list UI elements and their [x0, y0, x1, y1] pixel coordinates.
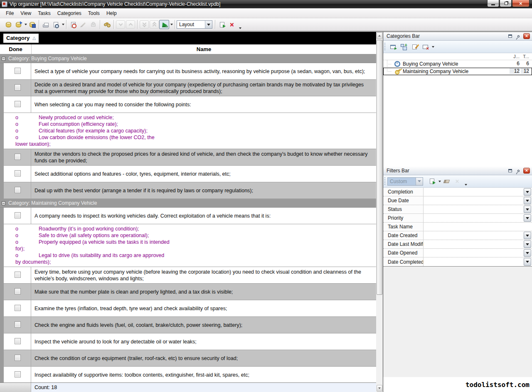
filter-preset-combobox[interactable]: Custom — [387, 177, 423, 186]
tree-column-t[interactable]: T... — [521, 54, 529, 59]
filter-dropdown-button[interactable] — [524, 188, 531, 196]
category-tree-item[interactable]: Maintaining Company Vehicle1212 — [383, 68, 532, 75]
task-checkbox[interactable] — [15, 187, 21, 193]
new-subcategory-button[interactable] — [398, 42, 409, 51]
menu-item-view[interactable]: View — [17, 9, 34, 18]
task-checkbox[interactable] — [15, 305, 21, 311]
delete-task-button[interactable] — [88, 20, 98, 29]
filter-value-field[interactable] — [424, 188, 523, 196]
minimize-button[interactable] — [487, 0, 499, 7]
layout-view-button[interactable] — [159, 20, 169, 29]
categories-bar-pin-button[interactable] — [515, 33, 522, 39]
filter-value-field[interactable] — [424, 240, 523, 248]
column-header-name[interactable]: Name — [31, 44, 376, 54]
filters-bar-pin-button[interactable] — [515, 168, 522, 174]
task-checkbox[interactable] — [15, 338, 21, 344]
menu-item-categories[interactable]: Categories — [54, 9, 85, 18]
filter-value-field[interactable] — [424, 214, 523, 222]
filter-value-field[interactable] — [424, 196, 523, 205]
title-bar[interactable]: Vip organizer [M:\Vlad\Checklists\Compan… — [0, 0, 532, 8]
task-row[interactable]: Select additional options and features -… — [4, 166, 376, 182]
bullet-list-row[interactable]: oNewly produced or used vehicle;oFuel co… — [4, 113, 376, 149]
task-row[interactable]: Make sure that the number plate is clean… — [4, 284, 376, 300]
filter-value-field[interactable] — [424, 249, 523, 257]
move-to-top-button[interactable] — [150, 20, 159, 29]
task-row[interactable]: Inspect the vehicle around to look for a… — [4, 333, 376, 350]
task-checkbox[interactable] — [15, 371, 21, 377]
task-row[interactable]: Deal up with the best vendor (arrange a … — [4, 182, 376, 199]
print-preview-button[interactable] — [51, 20, 61, 29]
column-header-done[interactable]: Done — [0, 46, 31, 52]
vertical-scrollbar[interactable] — [376, 32, 383, 392]
collapse-icon[interactable] — [2, 57, 5, 61]
filter-dropdown-button[interactable] — [524, 249, 531, 257]
apply-filter-button[interactable] — [426, 177, 437, 186]
task-checkbox[interactable] — [15, 101, 21, 107]
find-button[interactable] — [102, 20, 112, 29]
task-row[interactable]: A company needs to inspect its working v… — [4, 208, 376, 224]
filter-dropdown-button[interactable] — [524, 240, 531, 248]
category-tree-item[interactable]: Buying Company Vehicle66 — [383, 60, 532, 68]
new-database-button[interactable] — [3, 20, 13, 29]
task-row[interactable]: Check the engine and fluids levels (fuel… — [4, 317, 376, 333]
task-row[interactable]: Examine the tyres (inflation, tread dept… — [4, 300, 376, 317]
menu-item-file[interactable]: File — [2, 9, 17, 18]
new-category-button[interactable] — [387, 42, 398, 51]
delete-filter-button[interactable]: ✕ — [452, 177, 463, 186]
filters-bar-close-button[interactable]: ✕ — [523, 168, 530, 174]
filter-value-field[interactable] — [424, 205, 523, 213]
filter-dropdown-button[interactable] — [524, 258, 531, 266]
bullet-list-row[interactable]: oRoadworthy (it’s in good working condit… — [4, 224, 376, 267]
filter-dropdown-button[interactable] — [524, 232, 531, 239]
task-row[interactable]: When selecting a car you may need to con… — [4, 96, 376, 113]
menu-item-help[interactable]: Help — [103, 9, 120, 18]
categories-bar-restore-button[interactable] — [507, 33, 513, 39]
task-row[interactable]: Inspect availability of supportive items… — [4, 367, 376, 382]
filter-dropdown-button[interactable] — [524, 197, 531, 204]
scroll-down-button[interactable] — [377, 385, 382, 392]
move-up-button[interactable] — [126, 20, 135, 29]
layout-combobox-dropdown-button[interactable] — [205, 21, 212, 28]
filters-bar-restore-button[interactable] — [507, 168, 513, 174]
task-checkbox[interactable] — [15, 68, 21, 74]
task-checkbox[interactable] — [15, 321, 21, 328]
scroll-up-button[interactable] — [377, 32, 382, 39]
category-row[interactable]: Category: Maintaining Company Vehicle — [0, 199, 376, 208]
menu-item-tasks[interactable]: Tasks — [34, 9, 54, 18]
filter-dropdown-button[interactable] — [524, 206, 531, 213]
restore-button[interactable] — [500, 0, 512, 7]
group-by-chip[interactable]: Category △ — [3, 34, 39, 43]
apply-layout-button[interactable] — [217, 20, 227, 29]
save-database-button[interactable] — [27, 20, 37, 29]
open-database-button[interactable] — [13, 20, 23, 29]
menu-item-tools[interactable]: Tools — [85, 9, 103, 18]
task-checkbox[interactable] — [15, 170, 21, 176]
category-row[interactable]: Category: Buying Company Vehicle — [0, 54, 376, 63]
toolbar-overflow-icon[interactable] — [239, 27, 241, 29]
task-checkbox[interactable] — [15, 212, 21, 218]
toolbar-overflow-icon[interactable] — [465, 184, 467, 186]
move-to-bottom-button[interactable] — [140, 20, 149, 29]
task-checkbox[interactable] — [15, 288, 21, 294]
filter-preset-dropdown-button[interactable] — [416, 178, 423, 185]
filter-dropdown-button[interactable] — [524, 214, 531, 222]
tree-column-j[interactable]: J... — [510, 54, 520, 59]
collapse-icon[interactable] — [2, 201, 5, 205]
task-checkbox[interactable] — [15, 154, 21, 160]
new-task-button[interactable] — [68, 20, 78, 29]
filter-value-field[interactable] — [424, 231, 523, 240]
task-checkbox[interactable] — [15, 355, 21, 361]
filter-value-field[interactable] — [424, 257, 523, 266]
task-row[interactable]: Select a type of vehicle your company ne… — [4, 63, 376, 80]
delete-category-button[interactable] — [420, 42, 431, 51]
clear-filter-button[interactable] — [441, 177, 452, 186]
edit-task-button[interactable] — [78, 20, 88, 29]
edit-category-button[interactable] — [409, 42, 420, 51]
print-button[interactable] — [41, 20, 51, 29]
scrollbar-thumb[interactable] — [377, 40, 382, 295]
task-row[interactable]: Check the condition of cargo equipment (… — [4, 350, 376, 367]
task-row[interactable]: Decide on a desired brand and model of v… — [4, 80, 376, 96]
task-row[interactable]: Every time, before using your company ve… — [4, 267, 376, 284]
task-checkbox[interactable] — [15, 84, 21, 91]
task-checkbox[interactable] — [15, 272, 21, 278]
